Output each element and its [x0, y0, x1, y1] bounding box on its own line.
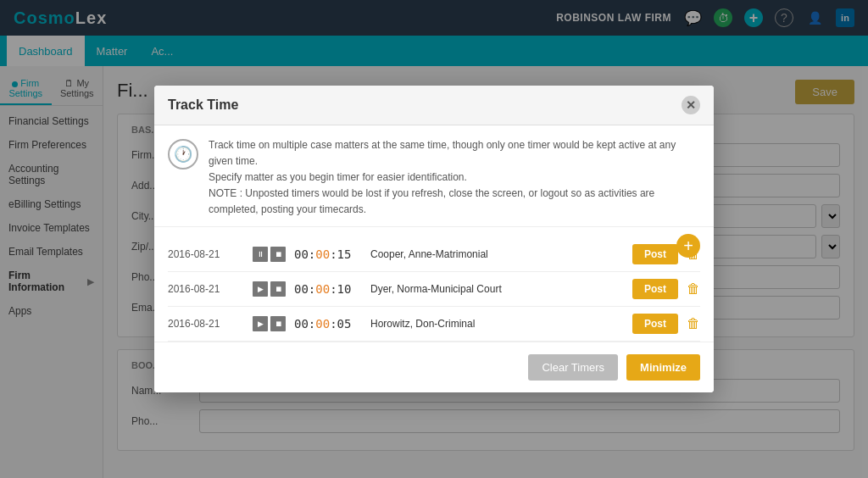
timer-highlight-1: 00	[315, 247, 330, 261]
modal-footer: Clear Timers Minimize	[154, 342, 714, 392]
pause-button-1[interactable]: ⏸	[253, 247, 268, 262]
timer-controls-2: ▶ ⏹	[253, 281, 286, 297]
timer-date-1: 2016-08-21	[168, 248, 244, 260]
post-button-2[interactable]: Post	[632, 279, 678, 299]
play-button-2[interactable]: ▶	[253, 281, 268, 297]
timer-display-2: 00:00:10	[294, 282, 362, 296]
clear-timers-button[interactable]: Clear Timers	[528, 354, 618, 381]
timer-matter-1: Cooper, Anne-Matrimonial	[370, 248, 624, 260]
timer-row-1: 2016-08-21 ⏸ ⏹ 00:00:15 Cooper, Anne-Mat…	[168, 237, 700, 272]
timer-rows: 2016-08-21 ⏸ ⏹ 00:00:15 Cooper, Anne-Mat…	[154, 231, 714, 342]
delete-button-2[interactable]: 🗑	[687, 281, 700, 297]
timer-highlight-3: 00	[315, 317, 330, 331]
play-button-3[interactable]: ▶	[253, 316, 268, 331]
timer-matter-2: Dyer, Norma-Municipal Court	[370, 283, 624, 295]
modal-info: 🕐 Track time on multiple case matters at…	[154, 125, 714, 228]
info-note: NOTE : Unposted timers would be lost if …	[209, 186, 700, 218]
timer-controls-3: ▶ ⏹	[253, 316, 286, 331]
stop-button-1[interactable]: ⏹	[270, 247, 286, 262]
info-text: Track time on multiple case matters at t…	[209, 137, 700, 219]
timer-highlight-2: 00	[315, 282, 330, 296]
timer-display-3: 00:00:05	[294, 317, 362, 331]
timer-date-2: 2016-08-21	[168, 283, 244, 295]
modal-header: Track Time ✕	[154, 86, 714, 125]
modal-overlay[interactable]: Track Time ✕ 🕐 Track time on multiple ca…	[0, 0, 868, 478]
delete-button-3[interactable]: 🗑	[687, 316, 700, 331]
info-line-2: Specify matter as you begin timer for ea…	[209, 170, 700, 186]
timer-row-2: 2016-08-21 ▶ ⏹ 00:00:10 Dyer, Norma-Muni…	[168, 272, 700, 307]
info-line-1: Track time on multiple case matters at t…	[209, 137, 700, 170]
post-button-3[interactable]: Post	[632, 314, 678, 334]
minimize-button[interactable]: Minimize	[626, 354, 700, 381]
timer-row-3: 2016-08-21 ▶ ⏹ 00:00:05 Horowitz, Don-Cr…	[168, 307, 700, 342]
post-button-1[interactable]: Post	[632, 244, 678, 264]
modal-title: Track Time	[168, 97, 238, 113]
timer-matter-3: Horowitz, Don-Criminal	[370, 318, 624, 330]
timer-date-3: 2016-08-21	[168, 318, 244, 330]
timer-display-1: 00:00:15	[294, 247, 362, 261]
modal-close-button[interactable]: ✕	[682, 96, 700, 114]
stop-button-2[interactable]: ⏹	[270, 281, 286, 297]
track-time-modal: Track Time ✕ 🕐 Track time on multiple ca…	[154, 86, 714, 393]
clock-icon: 🕐	[168, 139, 198, 170]
stop-button-3[interactable]: ⏹	[270, 316, 286, 331]
timer-controls-1: ⏸ ⏹	[253, 247, 286, 262]
timer-rows-wrapper: + 2016-08-21 ⏸ ⏹ 00:00:15 Cooper, Anne-M…	[154, 227, 714, 342]
